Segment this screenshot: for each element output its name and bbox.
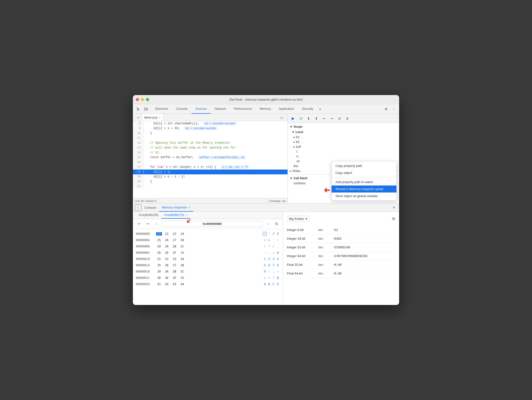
context-menu-reveal-memory-inspector[interactable]: Reveal in Memory Inspector panel (332, 185, 396, 193)
data-type-float64: Float 64-bit dec ▾ 0.00 (287, 269, 395, 278)
inline-val-buffer: buffer = ArrayBuffer(60), b1 (198, 156, 246, 159)
code-line-13: 13 // will open the same view as for ope… (133, 145, 288, 150)
hex-byte-22[interactable]: 22 (164, 232, 170, 236)
code-line-14: 14 // b1. (133, 150, 288, 155)
code-tab-demo-js[interactable]: demo-js.js × (142, 114, 163, 121)
hex-byte-23[interactable]: 23 (172, 232, 177, 236)
step-over-next-button[interactable]: ↪ (328, 115, 335, 122)
title-bar: DevTools - memory-inspector.glitch.me/de… (133, 95, 399, 104)
memory-address-input[interactable] (162, 221, 262, 227)
code-line-16: 16 (133, 160, 288, 165)
tab-security[interactable]: Security (298, 104, 317, 114)
hex-row-4: 00000010 31 32 33 34 1 2 3 4 (136, 256, 280, 262)
code-line-9: 9 b2[i] = i + 33; b2 = Uint8Array(60) (133, 126, 288, 131)
code-area: 8 b1[i] = str.charCodeAt(i); b1 = Uint8A… (133, 121, 288, 198)
main-nav: Elements Console Sources Network Perform… (151, 104, 383, 114)
tab-memory[interactable]: Memory (256, 104, 275, 114)
scope-item-b1[interactable]: ▶ b1: … (288, 135, 399, 140)
device-toolbar-button[interactable] (143, 106, 149, 112)
more-tabs-button[interactable]: » (317, 107, 323, 111)
context-menu-copy-property-path[interactable]: Copy property path (332, 162, 396, 169)
buffer-tab-70-close[interactable]: × (186, 214, 187, 216)
local-scope-header: ▼ Local (288, 129, 399, 135)
code-line-18-highlighted: 18 b1[i] = i; (133, 170, 288, 174)
step-out-button[interactable]: ⬆ (313, 115, 320, 122)
hex-byte-21[interactable]: 21 (156, 232, 162, 236)
endian-dropdown-icon: ▾ (306, 217, 307, 221)
tab-elements[interactable]: Elements (151, 104, 172, 114)
svg-rect-1 (147, 108, 148, 110)
step-over-button[interactable]: ↺ (297, 115, 304, 122)
hex-row-7: 0000001C 3D 3E 3F 40 = > ? @ (136, 275, 280, 281)
tab-performance[interactable]: Performance (230, 104, 256, 114)
main-split: ≡ demo-js.js × ▷ 8 b1[i] = str.charCodeA… (133, 114, 399, 203)
context-menu-add-to-watch[interactable]: Add property path to watch (332, 178, 396, 185)
memory-data-types-panel: Big Endian ▾ ⚙ Integer 8-bit dec ▾ 33 In… (283, 212, 399, 305)
buffer-tab-70[interactable]: ArrayBuffer(70) × (161, 212, 190, 219)
code-line-20: 20 } (133, 179, 288, 184)
code-tab-close[interactable]: × (159, 116, 160, 119)
memory-settings-icon[interactable]: ⚙ (392, 216, 395, 221)
scope-item-n[interactable]: n: (288, 154, 399, 159)
scope-item-i[interactable]: i: (288, 149, 399, 154)
memory-next-button[interactable]: › (264, 220, 271, 227)
data-type-int16: Integer 16-bit dec ▾ 8482 (287, 234, 395, 243)
deactivate-breakpoints-button[interactable]: ⊘ (336, 115, 343, 122)
step-into-button[interactable]: ⬇ (305, 115, 312, 122)
settings-button[interactable]: ⚙ (383, 106, 389, 112)
cursor-position: Line 18, Column 5 (135, 200, 156, 202)
device-icon (144, 107, 148, 111)
tab-network[interactable]: Network (211, 104, 230, 114)
hex-row-0: 00000000 21 22 23 24 ! " # $ (136, 231, 280, 237)
toggle-navigator-button[interactable]: ≡ (135, 114, 142, 121)
memory-inspector-tab-close[interactable]: × (189, 206, 190, 209)
tab-console[interactable]: Console (172, 104, 191, 114)
debugger-toolbar: ▶ ↺ ⬇ ⬆ ↩ ↪ ⊘ ⏸ (288, 114, 399, 123)
resume-button[interactable]: ▶ (290, 115, 296, 122)
memory-forward-button[interactable]: ↪ (144, 220, 151, 227)
close-button[interactable] (136, 98, 139, 101)
buffer-tab-60[interactable]: ArrayBuffer(60) (136, 212, 161, 219)
hex-row-2: 00000008 29 2A 2B 2C ) * + , (136, 243, 280, 250)
memory-toolbar: ↩ ↪ ‹ › ↻ (133, 219, 283, 229)
inspect-element-button[interactable] (135, 106, 142, 112)
tab-application[interactable]: Application (275, 104, 298, 114)
code-tab-bar: ≡ demo-js.js × ▷ (133, 114, 288, 121)
traffic-lights (136, 98, 149, 101)
window-title: DevTools - memory-inspector.glitch.me/de… (229, 98, 303, 101)
code-line-21: 21 (133, 184, 288, 189)
code-more-button[interactable]: ▷ (279, 114, 286, 121)
scope-header: ▼ Scope (288, 124, 399, 129)
data-type-int64: Integer 64-bit dec ▾ 2387509390608836392 (287, 252, 395, 260)
hex-byte-24[interactable]: 24 (179, 232, 185, 236)
close-panel-button[interactable]: × (391, 205, 397, 210)
bottom-panel: ⋮ Console Memory Inspector × × ArrayBuff… (133, 203, 399, 305)
context-menu-copy-object[interactable]: Copy object (332, 169, 396, 176)
scope-item-b2[interactable]: ▶ b2: … (288, 140, 399, 144)
tab-sources[interactable]: Sources (191, 104, 211, 114)
memory-prev-button[interactable]: ‹ (153, 220, 160, 227)
arrow-annotation-1: ➜ (324, 186, 330, 195)
code-line-12: 12 // Opening this buffer in the Memory … (133, 141, 288, 145)
endian-selector[interactable]: Big Endian ▾ (287, 216, 310, 222)
devtools-right-icons: ⚙ ⋮ (383, 106, 397, 112)
hex-grid: 00000000 21 22 23 24 ! " # $ (133, 229, 283, 305)
memory-refresh-button[interactable]: ↻ (273, 220, 280, 227)
pause-on-exceptions-button[interactable]: ⏸ (344, 115, 351, 122)
code-line-15: 15 const buffer = b1.buffer; buffer = Ar… (133, 155, 288, 160)
bottom-panel-settings[interactable]: ⋮ (135, 204, 142, 211)
bottom-tab-console[interactable]: Console (142, 204, 159, 212)
inline-val-b2: b2 = Uint8Array(60) (184, 127, 217, 130)
step-button[interactable]: ↩ (321, 115, 327, 122)
context-menu-store-global[interactable]: Store object as global variable (332, 193, 396, 200)
more-options-button[interactable]: ⋮ (390, 106, 397, 112)
scope-item-buff[interactable]: ▶ buff (288, 144, 399, 149)
data-type-int32: Integer 32-bit dec ▾ 555885348 (287, 243, 395, 252)
bottom-tab-memory-inspector[interactable]: Memory Inspector × (159, 204, 193, 212)
devtools-icons-left (135, 106, 149, 112)
hex-row-1: 00000004 25 26 27 28 % & ' ( (136, 237, 280, 243)
maximize-button[interactable] (146, 98, 149, 101)
minimize-button[interactable] (141, 98, 144, 101)
code-line-10: 10 } (133, 131, 288, 136)
memory-back-button[interactable]: ↩ (136, 220, 143, 227)
